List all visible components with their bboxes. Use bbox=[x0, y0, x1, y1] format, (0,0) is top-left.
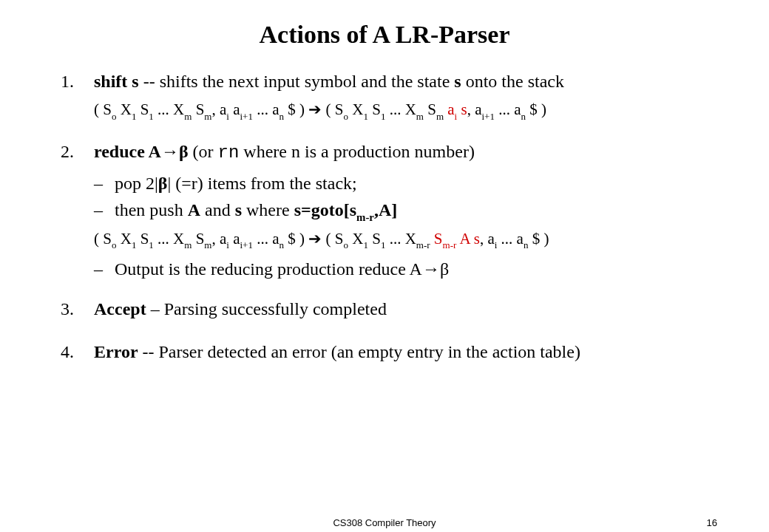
item-number: 4. bbox=[52, 340, 94, 364]
item-number: 3. bbox=[52, 297, 94, 321]
item-text: Accept – Parsing successfully completed bbox=[94, 297, 717, 321]
slide: Actions of A LR-Parser 1. shift s -- shi… bbox=[0, 0, 769, 364]
footer-course: CS308 Compiler Theory bbox=[333, 517, 436, 528]
slide-body: 1. shift s -- shifts the next input symb… bbox=[52, 69, 717, 364]
shift-formula: ( So X1 S1 ... Xm Sm, ai ai+1 ... an $ )… bbox=[94, 99, 717, 122]
item-text: Error -- Parser detected an error (an em… bbox=[94, 340, 717, 364]
reduce-sub-output: – Output is the reducing production redu… bbox=[94, 257, 717, 281]
item-text: reduce A→β (or rn where n is a productio… bbox=[94, 140, 717, 165]
reduce-sub-pop: – pop 2|β| (=r) items from the stack; bbox=[94, 171, 717, 195]
item-error: 4. Error -- Parser detected an error (an… bbox=[52, 340, 717, 364]
reduce-formula: ( So X1 S1 ... Xm Sm, ai ai+1 ... an $ )… bbox=[94, 228, 717, 251]
item-reduce: 2. reduce A→β (or rn where n is a produc… bbox=[52, 140, 717, 165]
slide-title: Actions of A LR-Parser bbox=[52, 21, 717, 49]
item-number: 1. bbox=[52, 69, 94, 93]
item-shift: 1. shift s -- shifts the next input symb… bbox=[52, 69, 717, 93]
reduce-sub-push: – then push A and s where s=goto[sm-r,A] bbox=[94, 198, 717, 224]
item-number: 2. bbox=[52, 140, 94, 165]
item-text: shift s -- shifts the next input symbol … bbox=[94, 69, 717, 93]
footer-page: 16 bbox=[707, 517, 717, 528]
item-accept: 3. Accept – Parsing successfully complet… bbox=[52, 297, 717, 321]
